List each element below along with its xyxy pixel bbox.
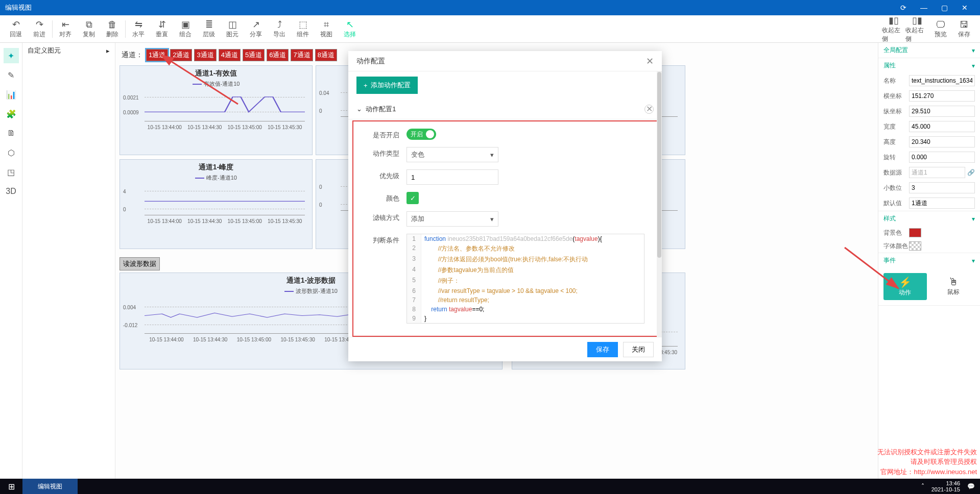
section-events[interactable]: 事件▾ <box>878 253 980 268</box>
channel-8[interactable]: 8通道 <box>315 49 337 61</box>
collapse-left-button[interactable]: ▮▯收起左侧 <box>882 16 905 42</box>
condition-code-editor[interactable]: 1function ineuos235b817bad159a64a0beda12… <box>407 234 644 324</box>
hflip-button[interactable]: ⇋水平 <box>127 16 150 42</box>
element-button[interactable]: ◫图元 <box>221 16 244 42</box>
prop-y-input[interactable] <box>909 106 975 117</box>
add-action-button[interactable]: +添加动作配置 <box>356 77 418 94</box>
share-icon: ↗ <box>252 19 260 30</box>
shapes-icon[interactable]: ✦ <box>4 48 19 63</box>
taskbar-app[interactable]: 编辑视图 <box>22 479 78 494</box>
channel-6[interactable]: 6通道 <box>267 49 289 61</box>
action-type-select[interactable]: 变色▾ <box>407 147 498 162</box>
modal-scrollbar[interactable] <box>657 71 662 337</box>
modal-close-icon[interactable]: ✕ <box>646 56 654 67</box>
event-action-button[interactable]: ⚡动作 <box>883 273 927 300</box>
bg-color-picker[interactable] <box>909 228 921 237</box>
app-titlebar: 编辑视图 ⟳ — ▢ ✕ <box>0 0 980 15</box>
modal-save-button[interactable]: 保存 <box>587 342 618 357</box>
redo-icon: ↷ <box>36 19 43 30</box>
prop-height-input[interactable] <box>909 136 975 147</box>
read-wave-button[interactable]: 读波形数据 <box>119 257 160 270</box>
left-toolbar: ✦ ✎ 📊 🧩 🗎 ⬡ ◳ 3D <box>0 43 22 479</box>
panel-left-icon: ▮▯ <box>889 15 899 26</box>
group-button[interactable]: ▣组合 <box>174 16 197 42</box>
chevron-down-icon: ▾ <box>972 62 975 69</box>
priority-input[interactable] <box>407 169 498 185</box>
section-global[interactable]: 全局配置▾ <box>878 43 980 58</box>
color-picker[interactable]: ✓ <box>407 192 419 204</box>
chevron-down-icon: ▾ <box>972 257 975 264</box>
event-mouse-button[interactable]: 🖱鼠标 <box>932 273 975 300</box>
prop-default-input[interactable] <box>909 197 975 209</box>
select-button[interactable]: ↖选择 <box>338 16 362 42</box>
chevron-down-icon: ▾ <box>490 151 494 159</box>
puzzle-icon[interactable]: 🧩 <box>4 106 19 121</box>
tray-up-icon[interactable]: ˄ <box>921 483 924 490</box>
chart-icon[interactable]: 📊 <box>4 87 19 102</box>
layer-icon: ≣ <box>205 19 213 30</box>
close-icon[interactable]: ✕ <box>954 4 975 12</box>
delete-action-icon[interactable]: ✕ <box>644 105 654 114</box>
prop-width-input[interactable] <box>909 121 975 132</box>
save-button[interactable]: 🖫保存 <box>952 16 976 42</box>
cube-icon: ⬚ <box>299 19 307 30</box>
refresh-icon[interactable]: ⟳ <box>893 4 914 12</box>
cube3d-icon[interactable]: ⬡ <box>4 145 19 160</box>
main-toolbar: ↶回退 ↷前进 ⇤对齐 ⧉复制 🗑删除 ⇋水平 ⇵垂直 ▣组合 ≣层级 ◫图元 … <box>0 15 980 43</box>
modal-title: 动作配置 <box>356 57 385 66</box>
taskbar-clock[interactable]: 13:462021-10-15 <box>931 480 960 492</box>
share-button[interactable]: ↗分享 <box>244 16 268 42</box>
filter-mode-select[interactable]: 添加▾ <box>407 211 498 227</box>
chevron-down-icon: ▾ <box>972 215 975 223</box>
prop-rotation-input[interactable] <box>909 152 975 163</box>
channel-5[interactable]: 5通道 <box>243 49 265 61</box>
prop-name-input[interactable] <box>909 75 975 86</box>
delete-button[interactable]: 🗑删除 <box>101 16 124 42</box>
channel-4[interactable]: 4通道 <box>219 49 241 61</box>
properties-panel: 全局配置▾ 属性▾ 名称 横坐标 纵坐标 宽度 高度 旋转 数据源🔗 小数位 默… <box>878 43 980 479</box>
forward-button[interactable]: ↷前进 <box>28 16 51 42</box>
accordion-header-1[interactable]: ⌄ 动作配置1 ✕ <box>348 99 662 119</box>
export-button[interactable]: ⤴导出 <box>268 16 291 42</box>
cursor-icon: ↖ <box>346 19 354 30</box>
enable-switch[interactable]: 开启 <box>407 129 436 140</box>
chart-1-valid[interactable]: 通道1-有效值 有效值-通道10 0.0021 0.0009 10-15 13:… <box>119 65 313 155</box>
align-button[interactable]: ⇤对齐 <box>54 16 77 42</box>
prop-x-input[interactable] <box>909 90 975 102</box>
modal-close-button[interactable]: 关闭 <box>623 342 654 357</box>
layer-button[interactable]: ≣层级 <box>197 16 221 42</box>
notification-icon[interactable]: 💬 <box>967 483 975 490</box>
prop-decimal-input[interactable] <box>909 182 975 193</box>
copy-button[interactable]: ⧉复制 <box>77 16 101 42</box>
lightning-icon: ⚡ <box>899 276 912 288</box>
box-icon[interactable]: ◳ <box>4 164 19 180</box>
section-style[interactable]: 样式▾ <box>878 211 980 226</box>
view-button[interactable]: ⌗视图 <box>315 16 338 42</box>
link-icon[interactable]: 🔗 <box>967 169 975 176</box>
channel-1[interactable]: 1通道 <box>146 49 168 61</box>
channel-2[interactable]: 2通道 <box>170 49 192 61</box>
start-button[interactable]: ⊞ <box>0 482 22 491</box>
3d-icon[interactable]: 3D <box>4 184 19 199</box>
channel-3[interactable]: 3通道 <box>194 49 216 61</box>
preview-button[interactable]: 🖵预览 <box>929 16 952 42</box>
back-button[interactable]: ↶回退 <box>4 16 28 42</box>
prop-datasource-input[interactable] <box>909 167 965 178</box>
collapse-right-button[interactable]: ▯▮收起右侧 <box>905 16 929 42</box>
maximize-icon[interactable]: ▢ <box>934 4 954 12</box>
element-icon: ◫ <box>228 19 237 30</box>
component-button[interactable]: ⬚组件 <box>291 16 315 42</box>
monitor-icon: 🖵 <box>936 19 945 30</box>
accordion-body-1: 是否开启 开启 动作类型 变色▾ 优先级 颜色 ✓ 滤镜方式 添加▾ 判断条件 <box>352 120 658 337</box>
vflip-button[interactable]: ⇵垂直 <box>150 16 174 42</box>
doc-icon[interactable]: 🗎 <box>4 126 19 141</box>
channel-7[interactable]: 7通道 <box>291 49 313 61</box>
minimize-icon[interactable]: — <box>914 4 934 12</box>
wand-icon[interactable]: ✎ <box>4 67 19 83</box>
taskbar: ⊞ 编辑视图 ˄ 13:462021-10-15 💬 <box>0 479 980 494</box>
section-props[interactable]: 属性▾ <box>878 58 980 73</box>
chart-1-kurtosis[interactable]: 通道1-峰度 峰度-通道10 4 0 10-15 13:44:00 10-15 … <box>119 159 313 249</box>
tree-root[interactable]: 自定义图元 ▸ <box>22 43 115 58</box>
panel-right-icon: ▯▮ <box>912 15 922 26</box>
font-color-picker[interactable] <box>909 241 921 251</box>
